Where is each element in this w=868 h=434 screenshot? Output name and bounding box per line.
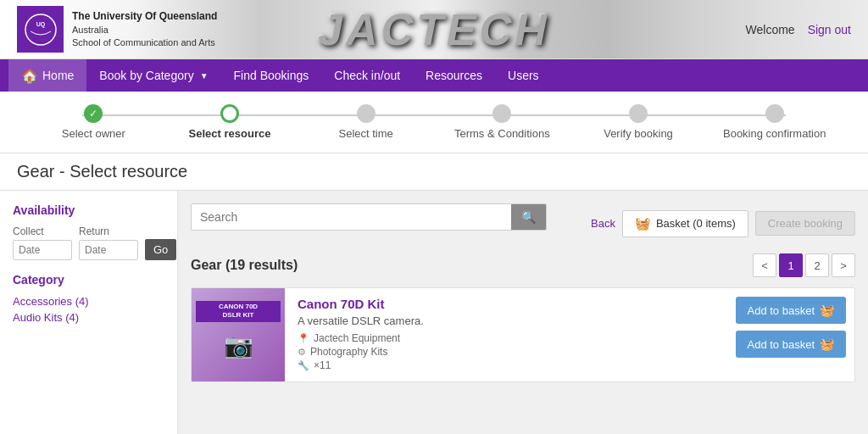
collect-label: Collect	[13, 225, 72, 237]
page-title: Gear - Select resource	[17, 162, 187, 181]
nav-resources[interactable]: Resources	[413, 59, 495, 92]
basket-btn-icon-2: 🧺	[820, 337, 834, 351]
step-confirmation-label: Booking confirmation	[723, 127, 826, 140]
results-area: 🔍 Back 🧺 Basket (0 items) Create booking…	[178, 191, 868, 434]
university-name: The University Of Queensland Australia S…	[72, 9, 217, 50]
step-terms-dot	[492, 104, 511, 123]
quantity-icon: 🔧	[298, 360, 309, 371]
results-count: Gear (19 results)	[191, 258, 298, 273]
page-1-button[interactable]: 1	[779, 253, 803, 277]
camera-icon: 📷	[224, 331, 253, 359]
results-header: Gear (19 results) < 1 2 >	[191, 253, 855, 277]
steps-list: ✓ Select owner Select resource Select ti…	[25, 104, 843, 153]
step-select-resource: Select resource	[162, 104, 298, 140]
step-terms-conditions: Terms & Conditions	[434, 104, 570, 140]
university-logo-icon: UQ	[24, 13, 58, 47]
basket-button[interactable]: 🧺 Basket (0 items)	[622, 210, 748, 237]
go-btn-wrapper: Go	[145, 225, 176, 260]
welcome-text: Welcome	[746, 23, 795, 36]
add-to-basket-button-2[interactable]: Add to basket 🧺	[736, 331, 847, 358]
availability-fields: Collect Return Go	[13, 225, 164, 260]
add-to-basket-button-1[interactable]: Add to basket 🧺	[736, 297, 847, 324]
search-icon: 🔍	[521, 210, 536, 224]
step-booking-confirmation: Booking confirmation	[706, 104, 843, 140]
nav-book-by-category[interactable]: Book by Category ▼	[86, 59, 220, 92]
product-actions: Add to basket 🧺 Add to basket 🧺	[727, 288, 855, 366]
step-select-owner: ✓ Select owner	[25, 104, 162, 140]
page-2-button[interactable]: 2	[805, 253, 829, 277]
sign-out-link[interactable]: Sign out	[808, 23, 851, 36]
dropdown-arrow-icon: ▼	[200, 71, 209, 81]
availability-title: Availability	[13, 203, 164, 217]
sidebar: Availability Collect Return Go Category …	[0, 191, 178, 434]
search-button[interactable]: 🔍	[511, 204, 546, 230]
svg-point-0	[25, 14, 56, 45]
product-category: ⚙ Photography Kits	[298, 346, 715, 358]
nav-users[interactable]: Users	[495, 59, 552, 92]
step-resource-dot	[220, 104, 239, 123]
return-field-group: Return	[79, 225, 138, 260]
nav-find-bookings[interactable]: Find Bookings	[221, 59, 322, 92]
product-quantity: 🔧 ×11	[298, 359, 715, 371]
location-icon: 📍	[298, 333, 309, 344]
product-img-label: CANON 70DDSLR KIT	[196, 301, 281, 322]
back-link[interactable]: Back	[591, 217, 615, 230]
banner-title: JACTECH	[318, 4, 550, 55]
step-select-time: Select time	[298, 104, 434, 140]
collect-field-group: Collect	[13, 225, 72, 260]
step-verify-dot	[629, 104, 648, 123]
step-owner-label: Select owner	[62, 127, 125, 140]
step-verify-booking: Verify booking	[570, 104, 707, 140]
pagination: < 1 2 >	[753, 253, 855, 277]
basket-icon: 🧺	[635, 216, 651, 231]
header-actions: Welcome Sign out	[746, 23, 851, 36]
go-button[interactable]: Go	[145, 239, 176, 260]
booking-steps: ✓ Select owner Select resource Select ti…	[0, 92, 868, 153]
search-basket-row: 🔍 Back 🧺 Basket (0 items) Create booking	[191, 203, 855, 243]
page-title-bar: Gear - Select resource	[0, 153, 868, 191]
product-name[interactable]: Canon 70D Kit	[298, 297, 715, 311]
create-booking-button[interactable]: Create booking	[755, 211, 855, 236]
product-card: CANON 70DDSLR KIT 📷 Canon 70D Kit A vers…	[191, 287, 855, 382]
next-page-button[interactable]: >	[832, 253, 855, 277]
logo-area: UQ The University Of Queensland Australi…	[17, 6, 217, 53]
return-date-input[interactable]	[79, 240, 138, 260]
product-image: CANON 70DDSLR KIT 📷	[192, 288, 285, 381]
page-header: UQ The University Of Queensland Australi…	[0, 0, 868, 59]
logo-box: UQ	[17, 6, 64, 53]
product-meta: 📍 Jactech Equipment ⚙ Photography Kits 🔧…	[298, 332, 715, 371]
svg-text:UQ: UQ	[36, 21, 45, 28]
main-nav: 🏠 Home Book by Category ▼ Find Bookings …	[0, 59, 868, 92]
nav-check-in-out[interactable]: Check in/out	[321, 59, 413, 92]
search-input[interactable]	[192, 204, 511, 230]
product-description: A versatile DSLR camera.	[298, 314, 715, 327]
return-label: Return	[79, 225, 138, 237]
search-bar: 🔍	[191, 203, 547, 231]
category-title: Category	[13, 273, 164, 287]
step-time-label: Select time	[339, 127, 393, 140]
product-image-placeholder: CANON 70DDSLR KIT 📷	[192, 288, 285, 381]
category-accessories[interactable]: Accessories (4)	[13, 293, 164, 309]
basket-btn-icon-1: 🧺	[820, 303, 834, 317]
product-info: Canon 70D Kit A versatile DSLR camera. 📍…	[285, 288, 727, 380]
category-audio-kits[interactable]: Audio Kits (4)	[13, 309, 164, 326]
step-resource-label: Select resource	[189, 127, 271, 140]
step-terms-label: Terms & Conditions	[454, 127, 550, 140]
basket-actions: Back 🧺 Basket (0 items) Create booking	[591, 210, 855, 237]
content-area: Availability Collect Return Go Category …	[0, 191, 868, 434]
home-icon: 🏠	[21, 68, 38, 84]
collect-date-input[interactable]	[13, 240, 72, 260]
step-time-dot	[357, 104, 376, 123]
category-icon: ⚙	[298, 347, 306, 358]
step-owner-dot: ✓	[84, 104, 103, 123]
prev-page-button[interactable]: <	[753, 253, 776, 277]
nav-home[interactable]: 🏠 Home	[8, 59, 86, 92]
step-verify-label: Verify booking	[604, 127, 673, 140]
main-area: Gear - Select resource Availability Coll…	[0, 153, 868, 434]
product-location: 📍 Jactech Equipment	[298, 332, 715, 344]
step-confirmation-dot	[765, 104, 784, 123]
